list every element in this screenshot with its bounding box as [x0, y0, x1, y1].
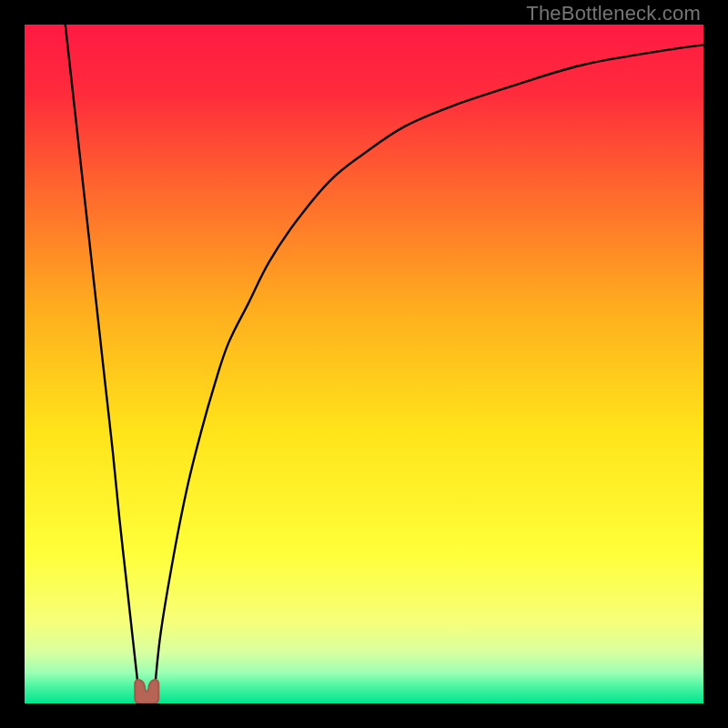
chart-frame	[25, 25, 703, 703]
attribution-text: TheBottleneck.com	[526, 2, 701, 25]
gradient-background	[25, 25, 703, 703]
bottleneck-chart	[25, 25, 703, 703]
